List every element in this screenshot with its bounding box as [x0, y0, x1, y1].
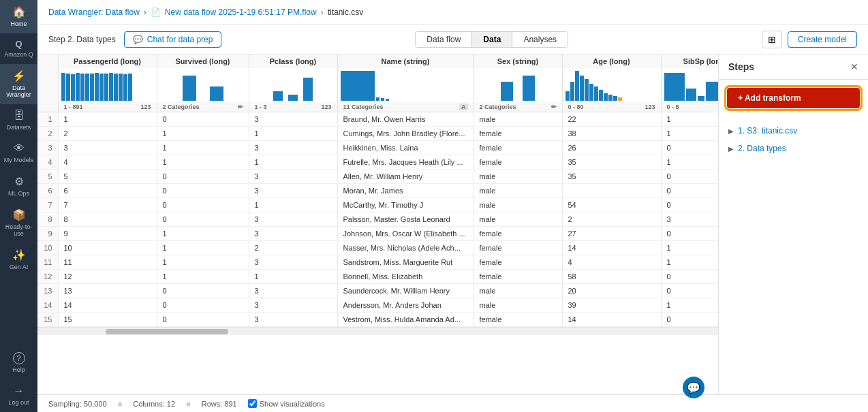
bottom-bar: Sampling: 50,000 ■ Columns: 12 ■ Rows: 8… [37, 394, 868, 412]
sidebar-label-ready-to-use: Ready-to-use [3, 223, 35, 238]
row-index: 2 [37, 127, 58, 141]
sidebar-item-ready-to-use[interactable]: 📦 Ready-to-use [0, 203, 37, 244]
breadcrumb-item-flow[interactable]: New data flow 2025-1-19 6:51:17 PM.flow [165, 7, 317, 17]
cell-sibsp: 0 [661, 170, 718, 184]
col-title-survived: Survived (long) [163, 57, 243, 65]
datasets-icon: 🗄 [14, 110, 25, 122]
chat-float-button[interactable]: 💬 [683, 377, 704, 398]
edit-icon-sex[interactable]: ✏ [551, 104, 557, 110]
cell-survived: 1 [157, 227, 249, 241]
col-title-pclass: Pclass (long) [255, 57, 332, 65]
cell-sibsp: 0 [661, 270, 718, 284]
breadcrumb-item-dw[interactable]: Data Wrangler: Data flow [48, 7, 140, 17]
show-viz-label[interactable]: Show visualizations [248, 399, 325, 408]
cell-sex: male [474, 198, 562, 212]
cell-passengerid: 9 [58, 227, 157, 241]
cell-passengerid: 7 [58, 198, 157, 212]
step-item-datatypes[interactable]: ▶ 2. Data types [728, 140, 858, 157]
breadcrumb: Data Wrangler: Data flow › 📄 New data fl… [37, 0, 868, 25]
cell-survived: 1 [157, 255, 249, 270]
sidebar-label-amazon-q: Amazon Q [4, 51, 33, 59]
cell-pclass: 3 [249, 112, 337, 127]
tab-bar: Data flow Data Analyses [415, 31, 568, 48]
cell-name: Heikkinen, Miss. Laina [337, 141, 474, 155]
cell-sibsp: 1 [661, 112, 718, 127]
sidebar-item-home[interactable]: 🏠 Home [0, 0, 37, 33]
tab-data-flow[interactable]: Data flow [416, 32, 472, 47]
sidebar-item-data-wrangler[interactable]: ⚡ Data Wrangler [0, 64, 37, 105]
show-viz-checkbox[interactable] [248, 399, 257, 408]
horizontal-scrollbar[interactable] [37, 327, 718, 335]
cell-survived: 0 [157, 170, 249, 184]
add-transform-button[interactable]: + Add transform [727, 88, 860, 108]
extra-name: A [459, 104, 468, 110]
grid-view-button[interactable]: ⊞ [762, 31, 782, 48]
col-header-name: Name (string) 11 Categories A [337, 54, 474, 112]
sidebar-item-amazon-q[interactable]: Q Amazon Q [0, 33, 37, 64]
sidebar-item-my-models[interactable]: 👁 My Models [0, 137, 37, 170]
cell-survived: 1 [157, 141, 249, 155]
step-item-s3[interactable]: ▶ 1. S3: titanic.csv [728, 122, 858, 140]
tab-data[interactable]: Data [472, 32, 512, 47]
cell-name: Moran, Mr. James [337, 184, 474, 198]
table-row: 4411Futrelle, Mrs. Jacques Heath (Lily .… [37, 155, 718, 170]
cell-pclass: 3 [249, 298, 337, 313]
cell-sex: male [474, 212, 562, 227]
cell-passengerid: 2 [58, 127, 157, 141]
col-chart-passengerid [59, 68, 157, 102]
cell-passengerid: 6 [58, 184, 157, 198]
table-row: 3313Heikkinen, Miss. Lainafemale260 [37, 141, 718, 155]
cell-survived: 0 [157, 112, 249, 127]
cell-name: Saundercock, Mr. William Henry [337, 284, 474, 298]
step-label-datatypes: 2. Data types [738, 144, 786, 153]
sampling-info: Sampling: 50,000 [48, 400, 107, 408]
create-model-button[interactable]: Create model [788, 31, 857, 48]
sidebar-item-gen-ai[interactable]: ✨ Gen AI [0, 243, 37, 276]
sidebar-label-ml-ops: ML Ops [8, 190, 29, 197]
row-index: 1 [37, 112, 58, 127]
cell-age: 2 [562, 212, 661, 227]
cell-passengerid: 12 [58, 270, 157, 284]
sidebar-item-ml-ops[interactable]: ⚙ ML Ops [0, 170, 37, 203]
sidebar-label-datasets: Datasets [7, 124, 31, 131]
col-title-sibsp: SibSp (long) [667, 57, 719, 65]
cell-passengerid: 4 [58, 155, 157, 170]
chat-btn-label: Chat for data prep [147, 35, 213, 44]
gen-ai-icon: ✨ [12, 249, 26, 262]
cell-survived: 0 [157, 184, 249, 198]
cell-name: Allen, Mr. William Henry [337, 170, 474, 184]
sidebar-label-log-out: Log out [8, 399, 29, 407]
table-row: 1103Braund, Mr. Owen Harrismale221 [37, 112, 718, 127]
close-steps-button[interactable]: ✕ [850, 61, 858, 72]
cell-survived: 1 [157, 241, 249, 255]
cell-sex: female [474, 141, 562, 155]
sidebar-item-datasets[interactable]: 🗄 Datasets [0, 104, 37, 137]
grid-icon: ⊞ [768, 34, 776, 45]
cell-pclass: 1 [249, 198, 337, 212]
cell-sex: male [474, 284, 562, 298]
cell-name: Futrelle, Mrs. Jacques Heath (Lily ... [337, 155, 474, 170]
scroll-thumb[interactable] [106, 329, 228, 334]
breadcrumb-sep-2: › [321, 7, 324, 17]
cell-name: Vestrom, Miss. Hulda Amanda Ad... [337, 313, 474, 327]
data-wrangler-icon: ⚡ [12, 69, 26, 82]
log-out-icon: → [14, 385, 25, 397]
cell-passengerid: 14 [58, 298, 157, 313]
chat-for-data-prep-button[interactable]: 💬 Chat for data prep [124, 31, 222, 48]
col-header-passengerid: PassengerId (long) [58, 54, 157, 112]
cell-sibsp: 0 [661, 141, 718, 155]
edit-icon-survived[interactable]: ✏ [238, 104, 243, 110]
cell-age: 26 [562, 141, 661, 155]
breadcrumb-sep-1: › [144, 7, 146, 17]
cell-survived: 1 [157, 127, 249, 141]
table-container[interactable]: PassengerId (long) [37, 54, 718, 394]
row-index: 11 [37, 255, 58, 270]
main-content: Data Wrangler: Data flow › 📄 New data fl… [37, 0, 868, 412]
row-index: 14 [37, 298, 58, 313]
cell-age: 58 [562, 270, 661, 284]
tab-analyses[interactable]: Analyses [512, 32, 568, 47]
sidebar-item-help[interactable]: ? Help [0, 347, 37, 379]
sidebar-item-log-out[interactable]: → Log out [0, 379, 37, 412]
cell-passengerid: 10 [58, 241, 157, 255]
steps-header: Steps ✕ [719, 54, 868, 80]
